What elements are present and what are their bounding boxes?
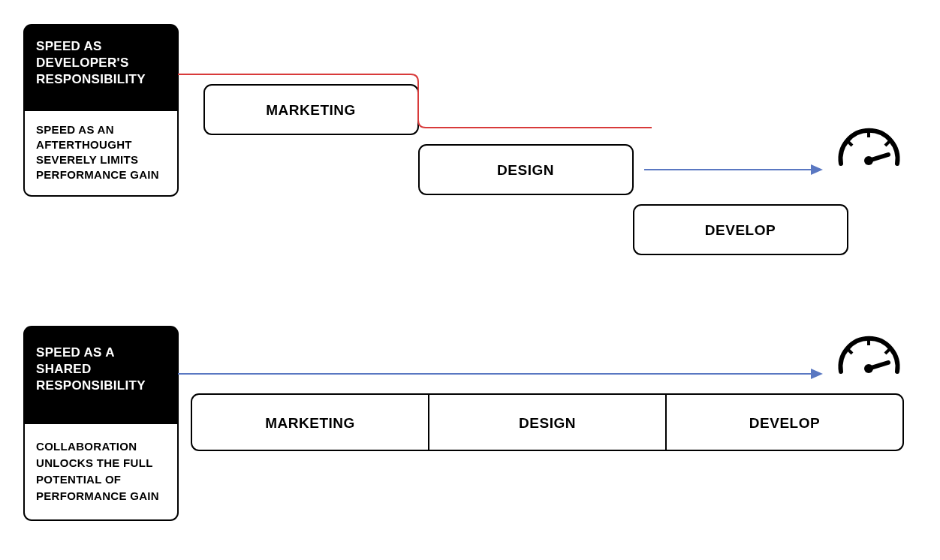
svg-line-3 <box>848 141 852 146</box>
stage-bottom-develop: DEVELOP <box>749 415 820 431</box>
card-top-title-l2: DEVELOPER'S <box>36 56 129 70</box>
card-bottom-sub-l3: POTENTIAL OF <box>36 473 121 486</box>
svg-line-13 <box>885 349 890 354</box>
svg-line-11 <box>848 349 852 354</box>
card-bottom-title-l1: SPEED AS A <box>36 345 115 360</box>
card-top-sub-l3: SEVERELY LIMITS <box>36 153 138 166</box>
card-top: SPEED AS DEVELOPER'S RESPONSIBILITY SPEE… <box>24 25 178 196</box>
blue-arrow-short <box>644 164 823 175</box>
card-top-sub-l4: PERFORMANCE GAIN <box>36 168 159 181</box>
card-bottom-sub-l4: PERFORMANCE GAIN <box>36 489 159 502</box>
speedometer-icon-bottom <box>841 339 898 373</box>
card-top-title-l1: SPEED AS <box>36 39 102 53</box>
stage-bottom-design: DESIGN <box>519 415 576 431</box>
card-bottom-title-l3: RESPONSIBILITY <box>36 378 146 393</box>
svg-marker-2 <box>811 164 823 175</box>
stage-bottom-marketing: MARKETING <box>265 415 355 431</box>
card-bottom: SPEED AS A SHARED RESPONSIBILITY COLLABO… <box>24 327 178 520</box>
card-bottom-sub-l2: UNLOCKS THE FULL <box>36 456 153 469</box>
card-top-sub-l2: AFTERTHOUGHT <box>36 138 132 151</box>
speedometer-icon-top <box>841 131 898 165</box>
blue-arrow-long <box>178 369 823 379</box>
svg-marker-10 <box>811 369 823 379</box>
card-bottom-title-l2: SHARED <box>36 362 92 376</box>
card-top-sub-l1: SPEED AS AN <box>36 123 114 136</box>
svg-line-15 <box>869 363 888 369</box>
stage-top-develop: DEVELOP <box>705 222 776 238</box>
card-bottom-sub-l1: COLLABORATION <box>36 440 137 453</box>
svg-line-7 <box>869 155 888 161</box>
svg-line-5 <box>885 141 890 146</box>
stage-top-design: DESIGN <box>497 162 554 178</box>
stage-top-marketing: MARKETING <box>266 102 356 118</box>
card-top-title-l3: RESPONSIBILITY <box>36 72 146 86</box>
